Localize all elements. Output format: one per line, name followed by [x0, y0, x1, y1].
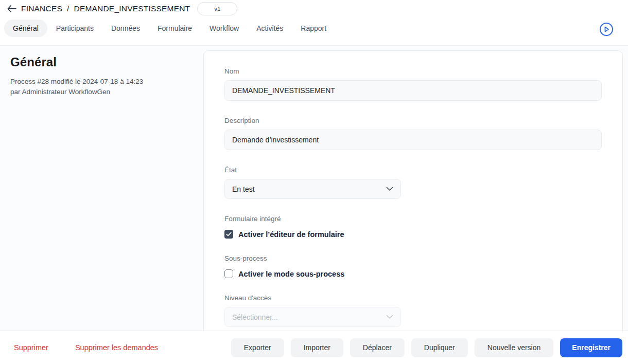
field-formulaire-integre: Formulaire intégré Activer l’éditeur de … — [224, 215, 602, 239]
niveau-acces-label: Niveau d'accès — [224, 294, 602, 302]
page-title: Général — [10, 55, 190, 69]
description-label: Description — [224, 117, 602, 124]
chevron-down-icon — [386, 315, 393, 319]
import-button[interactable]: Importer — [291, 338, 343, 357]
field-description: Description — [224, 117, 602, 150]
breadcrumb-trail: FINANCES / DEMANDE_INVESTISSEMENT — [21, 4, 190, 13]
formulaire-integre-checkbox[interactable] — [224, 230, 233, 239]
move-button[interactable]: Déplacer — [350, 338, 405, 357]
tab-general[interactable]: Général — [4, 20, 47, 37]
play-circle-icon — [599, 22, 614, 37]
footer-action-bar: Supprimer Supprimer les demandes Exporte… — [0, 331, 628, 364]
niveau-acces-select-placeholder: Sélectionner... — [232, 313, 278, 321]
checkmark-icon — [226, 232, 232, 236]
breadcrumb-parent[interactable]: FINANCES — [21, 4, 62, 13]
tab-participants[interactable]: Participants — [47, 20, 102, 37]
field-etat: État En test — [224, 166, 602, 199]
arrow-left-icon — [7, 5, 16, 13]
header: FINANCES / DEMANDE_INVESTISSEMENT v1 Gén… — [0, 0, 628, 45]
content-area: Général Process #28 modifié le 2024-07-1… — [0, 45, 628, 364]
nom-label: Nom — [224, 67, 602, 75]
left-panel: Général Process #28 modifié le 2024-07-1… — [10, 55, 190, 97]
export-button[interactable]: Exporter — [231, 338, 284, 357]
tab-workflow[interactable]: Workflow — [201, 20, 248, 37]
field-sous-process: Sous-process Activer le mode sous-proces… — [224, 254, 602, 278]
tab-formulaire[interactable]: Formulaire — [149, 20, 201, 37]
duplicate-button[interactable]: Dupliquer — [411, 338, 468, 357]
sous-process-checkbox[interactable] — [224, 269, 233, 278]
tab-donnees[interactable]: Données — [102, 20, 149, 37]
run-process-button[interactable] — [599, 22, 614, 37]
formulaire-integre-checkbox-label[interactable]: Activer l’éditeur de formulaire — [238, 230, 344, 239]
delete-process-button[interactable]: Supprimer — [14, 343, 48, 352]
general-settings-card: Nom Description État En test Formulaire … — [203, 50, 623, 359]
tab-bar: Général Participants Données Formulaire … — [0, 20, 628, 37]
tab-activites[interactable]: Activités — [248, 20, 292, 37]
sous-process-checkbox-row: Activer le mode sous-process — [224, 269, 602, 278]
delete-requests-button[interactable]: Supprimer les demandes — [75, 343, 158, 352]
etat-label: État — [224, 166, 602, 174]
process-meta-line2: par Administrateur WorkflowGen — [10, 87, 190, 97]
formulaire-integre-checkbox-row: Activer l’éditeur de formulaire — [224, 230, 602, 239]
chevron-down-icon — [386, 187, 393, 191]
breadcrumb: FINANCES / DEMANDE_INVESTISSEMENT v1 — [0, 0, 628, 15]
breadcrumb-separator: / — [67, 4, 69, 13]
field-nom: Nom — [224, 67, 602, 101]
footer-danger-actions: Supprimer Supprimer les demandes — [14, 343, 158, 352]
back-button[interactable] — [5, 3, 18, 15]
sous-process-checkbox-label[interactable]: Activer le mode sous-process — [238, 270, 344, 278]
niveau-acces-select[interactable]: Sélectionner... — [224, 307, 401, 327]
etat-select[interactable]: En test — [224, 179, 401, 199]
description-input[interactable] — [224, 130, 602, 150]
save-button[interactable]: Enregistrer — [560, 338, 622, 357]
footer-main-actions: Exporter Importer Déplacer Dupliquer Nou… — [231, 338, 622, 357]
new-version-button[interactable]: Nouvelle version — [475, 338, 554, 357]
field-niveau-acces: Niveau d'accès Sélectionner... — [224, 294, 602, 327]
nom-input[interactable] — [224, 80, 602, 101]
sous-process-label: Sous-process — [224, 254, 602, 262]
etat-select-value: En test — [232, 185, 255, 193]
version-badge[interactable]: v1 — [197, 2, 237, 15]
tab-rapport[interactable]: Rapport — [292, 20, 335, 37]
formulaire-integre-label: Formulaire intégré — [224, 215, 602, 223]
process-meta-line1: Process #28 modifié le 2024-07-18 à 14:2… — [10, 77, 190, 87]
process-meta: Process #28 modifié le 2024-07-18 à 14:2… — [10, 77, 190, 97]
breadcrumb-current: DEMANDE_INVESTISSEMENT — [74, 4, 190, 13]
